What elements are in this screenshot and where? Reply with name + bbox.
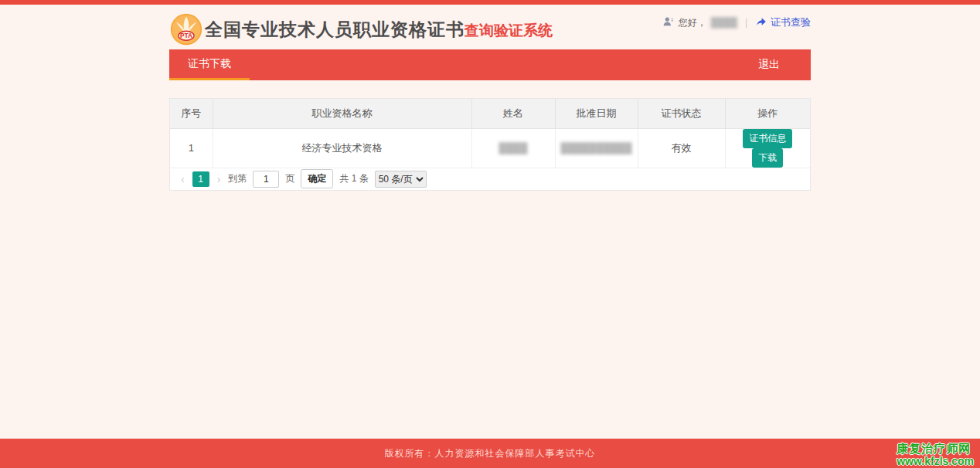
page-unit-label: 页 xyxy=(285,172,294,185)
verify-link-label: 证书查验 xyxy=(771,15,811,29)
certificate-info-button[interactable]: 证书信息 xyxy=(743,129,792,148)
current-page-button[interactable]: 1 xyxy=(192,171,209,187)
watermark-site-url: www.kfzls.com xyxy=(897,455,974,467)
cell-index: 1 xyxy=(170,128,213,168)
certificates-table: 序号 职业资格名称 姓名 批准日期 证书状态 操作 1 经济专业技术资格 ███… xyxy=(170,99,810,168)
logout-button[interactable]: 退出 xyxy=(727,49,811,80)
goto-label: 到第 xyxy=(228,172,247,185)
greeting-label: 您好， xyxy=(679,16,706,29)
watermark-site-name: 康复治疗师网 xyxy=(897,442,974,455)
download-button[interactable]: 下载 xyxy=(752,148,783,168)
watermark: 康复治疗师网 www.kfzls.com xyxy=(897,442,974,467)
tab-certificate-download[interactable]: 证书下载 xyxy=(169,49,250,80)
tab-label: 证书下载 xyxy=(188,57,231,71)
cell-actions: 证书信息 下载 xyxy=(725,128,810,168)
table-header-row: 序号 职业资格名称 姓名 批准日期 证书状态 操作 xyxy=(170,99,810,128)
approval-date-redacted: ██████████ xyxy=(560,142,631,154)
svg-text:PTA: PTA xyxy=(180,32,192,39)
page-size-select[interactable]: 50 条/页 xyxy=(375,171,427,188)
pta-logo-icon: PTA xyxy=(169,12,203,46)
certificate-verify-link[interactable]: 证书查验 xyxy=(755,15,811,29)
col-header-qualification: 职业资格名称 xyxy=(213,99,471,128)
page-title: 全国专业技术人员职业资格证书 查询验证系统 xyxy=(205,18,553,42)
page-title-sub: 查询验证系统 xyxy=(464,21,553,41)
page-title-main: 全国专业技术人员职业资格证书 xyxy=(205,18,464,42)
pagination: ‹ 1 › 到第 页 确定 共 1 条 50 条/页 xyxy=(170,168,810,190)
separator: | xyxy=(745,17,747,28)
page-number-input[interactable] xyxy=(253,171,279,188)
forward-arrow-icon xyxy=(755,16,767,29)
user-name-redacted: ████ xyxy=(711,17,737,28)
site-footer: 版权所有：人力资源和社会保障部人事考试中心 康复治疗师网 www.kfzls.c… xyxy=(0,439,980,468)
cell-name: ████ xyxy=(471,128,555,168)
cell-qualification: 经济专业技术资格 xyxy=(213,128,471,168)
col-header-status: 证书状态 xyxy=(638,99,725,128)
col-header-index: 序号 xyxy=(170,99,213,128)
name-redacted: ████ xyxy=(499,142,528,154)
next-page-button[interactable]: › xyxy=(216,173,223,185)
main-navbar: 证书下载 退出 xyxy=(169,49,811,80)
user-icon xyxy=(662,16,674,29)
copyright-text: 版权所有：人力资源和社会保障部人事考试中心 xyxy=(385,447,596,460)
col-header-name: 姓名 xyxy=(471,99,555,128)
user-area: 您好， ████ | 证书查验 xyxy=(662,15,811,29)
col-header-approval-date: 批准日期 xyxy=(555,99,638,128)
brand: PTA 全国专业技术人员职业资格证书 查询验证系统 xyxy=(169,12,553,46)
cell-status: 有效 xyxy=(638,128,725,168)
prev-page-button[interactable]: ‹ xyxy=(179,173,186,185)
confirm-page-button[interactable]: 确定 xyxy=(301,169,333,188)
total-count-label: 共 1 条 xyxy=(339,172,368,185)
table-row: 1 经济专业技术资格 ████ ██████████ 有效 证书信息 下载 xyxy=(170,128,810,168)
col-header-actions: 操作 xyxy=(725,99,810,128)
site-header: PTA 全国专业技术人员职业资格证书 查询验证系统 您好， ████ | xyxy=(169,5,811,49)
cell-approval-date: ██████████ xyxy=(555,128,638,168)
results-card: 序号 职业资格名称 姓名 批准日期 证书状态 操作 1 经济专业技术资格 ███… xyxy=(169,98,811,191)
